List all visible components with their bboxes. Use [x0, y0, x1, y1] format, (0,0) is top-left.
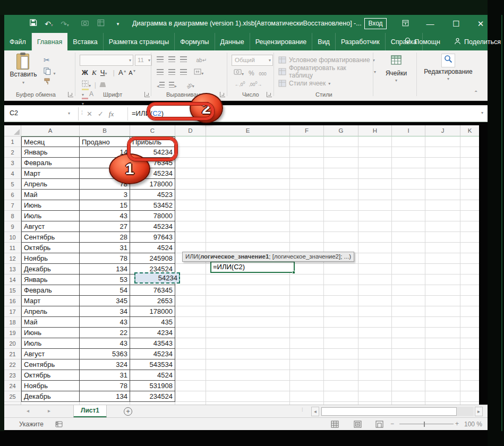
cell-G23[interactable]: [324, 370, 358, 381]
column-header-K[interactable]: K: [460, 125, 479, 136]
cell-D18[interactable]: [175, 317, 206, 328]
cell-D9[interactable]: [175, 221, 206, 232]
save-icon[interactable]: [28, 19, 38, 29]
camera-icon[interactable]: [80, 19, 90, 29]
cell-G7[interactable]: [324, 200, 358, 211]
zoom-slider-thumb[interactable]: [424, 422, 425, 427]
row-header-22[interactable]: 22: [4, 359, 21, 370]
cell-K16[interactable]: [460, 296, 479, 306]
cell-J15[interactable]: [425, 285, 460, 296]
cell-E25[interactable]: [206, 391, 290, 402]
align-top-icon[interactable]: [157, 56, 164, 62]
number-format-select[interactable]: Общий▾: [232, 55, 273, 66]
align-right-icon[interactable]: [180, 69, 187, 75]
cancel-icon[interactable]: ✕: [87, 110, 92, 118]
cell-C6[interactable]: 4523: [130, 190, 175, 200]
cell-K9[interactable]: [460, 221, 479, 232]
cell-A16[interactable]: Март: [21, 296, 80, 306]
sheet-tab-list1[interactable]: Лист1: [73, 405, 107, 418]
cell-K15[interactable]: [460, 285, 479, 296]
column-header-C[interactable]: C: [130, 125, 175, 136]
column-header-G[interactable]: G: [324, 125, 358, 136]
zoom-slider-track[interactable]: [399, 424, 454, 424]
cell-D16[interactable]: [175, 296, 206, 306]
cell-H6[interactable]: [358, 190, 392, 200]
cell-G17[interactable]: [324, 306, 358, 317]
prev-sheet-icon[interactable]: ◂: [27, 408, 29, 414]
cell-I20[interactable]: [392, 338, 425, 349]
cell-H23[interactable]: [358, 370, 392, 381]
formula-edit-cell[interactable]: =ИЛИ(C2): [210, 261, 295, 273]
cell-D4[interactable]: [175, 168, 206, 179]
cell-D21[interactable]: [175, 349, 206, 359]
cell-C8[interactable]: 78000: [130, 211, 175, 221]
cell-E24[interactable]: [206, 381, 290, 391]
undo-icon[interactable]: ↶▾: [44, 19, 54, 29]
cell-A6[interactable]: Май: [21, 190, 80, 200]
cell-C24[interactable]: 531908: [130, 381, 175, 391]
cell-H13[interactable]: [358, 264, 392, 275]
zoom-in-icon[interactable]: +: [455, 420, 459, 427]
cell-E14[interactable]: [206, 275, 290, 285]
cells-button[interactable]: Ячейки ▾: [377, 54, 415, 83]
cell-A5[interactable]: Апрель: [21, 179, 80, 190]
cell-F4[interactable]: [290, 168, 324, 179]
hscroll-right-icon[interactable]: ►: [475, 407, 483, 416]
cell-K11[interactable]: [460, 243, 479, 253]
cell-F14[interactable]: [290, 275, 324, 285]
cell-B25[interactable]: 134: [80, 391, 130, 402]
cell-H17[interactable]: [358, 306, 392, 317]
cell-C9[interactable]: 45234: [130, 221, 175, 232]
cell-I23[interactable]: [392, 370, 425, 381]
cell-G3[interactable]: [324, 158, 358, 168]
tab-файл[interactable]: Файл: [4, 33, 32, 50]
cell-D2[interactable]: [175, 147, 206, 158]
cell-H10[interactable]: [358, 232, 392, 243]
next-sheet-icon[interactable]: ▸: [48, 408, 50, 414]
cell-H19[interactable]: [358, 328, 392, 338]
cell-B13[interactable]: 134: [80, 264, 130, 275]
cell-F20[interactable]: [290, 338, 324, 349]
cell-H7[interactable]: [358, 200, 392, 211]
cell-E19[interactable]: [206, 328, 290, 338]
cell-K5[interactable]: [460, 179, 479, 190]
cell-J16[interactable]: [425, 296, 460, 306]
cell-B9[interactable]: 27: [80, 221, 130, 232]
cell-I18[interactable]: [392, 317, 425, 328]
cell-G1[interactable]: [324, 136, 358, 147]
font-dialog-launcher[interactable]: [144, 92, 150, 97]
font-name-select[interactable]: ▾: [80, 55, 133, 66]
cell-K23[interactable]: [460, 370, 479, 381]
cell-K19[interactable]: [460, 328, 479, 338]
style-item-стили-ячеек[interactable]: Стили ячеек▾: [278, 78, 376, 89]
cell-C20[interactable]: 43543: [130, 338, 175, 349]
cell-G10[interactable]: [324, 232, 358, 243]
number-dialog-launcher[interactable]: [267, 92, 272, 97]
page-break-preview-icon[interactable]: [375, 421, 383, 428]
cell-F6[interactable]: [290, 190, 324, 200]
cell-D6[interactable]: [175, 190, 206, 200]
cell-I2[interactable]: [392, 147, 425, 158]
cell-D8[interactable]: [175, 211, 206, 221]
cell-D1[interactable]: [175, 136, 206, 147]
tab-данные[interactable]: Данные: [215, 33, 250, 50]
zoom-out-icon[interactable]: −: [390, 420, 394, 427]
cell-F15[interactable]: [290, 285, 324, 296]
row-header-2[interactable]: 2: [4, 147, 21, 158]
cell-H8[interactable]: [358, 211, 392, 221]
cell-K22[interactable]: [460, 359, 479, 370]
normal-view-icon[interactable]: [331, 421, 339, 428]
cell-H22[interactable]: [358, 359, 392, 370]
cell-A7[interactable]: Июнь: [21, 200, 80, 211]
cell-J4[interactable]: [425, 168, 460, 179]
cell-F2[interactable]: [290, 147, 324, 158]
cell-C23[interactable]: 4524: [130, 370, 175, 381]
cell-A8[interactable]: Июль: [21, 211, 80, 221]
cell-I19[interactable]: [392, 328, 425, 338]
cell-K10[interactable]: [460, 232, 479, 243]
cell-J18[interactable]: [425, 317, 460, 328]
cell-B11[interactable]: 31: [80, 243, 130, 253]
cell-I16[interactable]: [392, 296, 425, 306]
row-header-1[interactable]: 1: [4, 136, 21, 147]
cell-B19[interactable]: 22: [80, 328, 130, 338]
